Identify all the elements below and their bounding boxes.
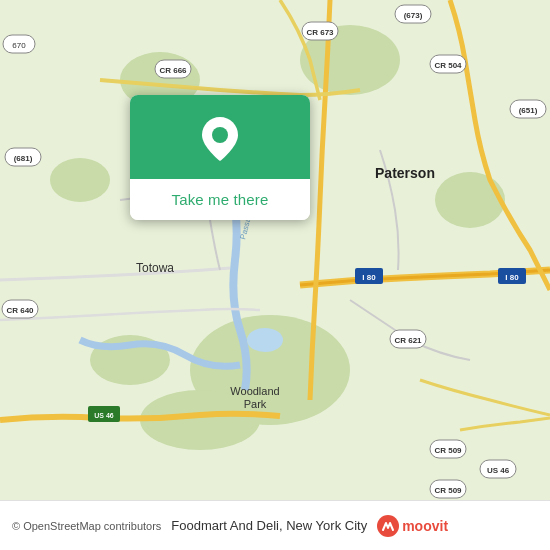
svg-text:US 46: US 46 [487,466,510,475]
svg-text:I 80: I 80 [505,273,519,282]
svg-point-8 [247,328,283,352]
svg-point-4 [435,172,505,228]
svg-text:(681): (681) [14,154,33,163]
map-container[interactable]: I 80 I 80 US 46 CR 673 CR 666 [0,0,550,500]
map-background: I 80 I 80 US 46 CR 673 CR 666 [0,0,550,500]
location-name: Foodmart And Deli, New York City [171,518,367,533]
svg-text:CR 640: CR 640 [6,306,34,315]
svg-text:Totowa: Totowa [136,261,174,275]
svg-text:US 46: US 46 [94,412,114,419]
svg-text:CR 509: CR 509 [434,446,462,455]
moovit-text: moovit [402,518,448,534]
location-pin-icon [202,117,238,161]
svg-text:I 80: I 80 [362,273,376,282]
popup-card: Take me there [130,95,310,220]
svg-text:CR 666: CR 666 [159,66,187,75]
svg-point-5 [50,158,110,202]
moovit-logo: moovit [377,515,448,537]
svg-text:(651): (651) [519,106,538,115]
svg-text:CR 673: CR 673 [306,28,334,37]
popup-green-area [130,95,310,179]
copyright-text: © OpenStreetMap contributors [12,520,161,532]
svg-text:Paterson: Paterson [375,165,435,181]
svg-text:CR 504: CR 504 [434,61,462,70]
svg-text:CR 509: CR 509 [434,486,462,495]
svg-point-44 [212,127,228,143]
svg-text:670: 670 [12,41,26,50]
svg-text:Woodland: Woodland [230,385,279,397]
take-me-there-button[interactable]: Take me there [130,179,310,220]
bottom-bar: © OpenStreetMap contributors Foodmart An… [0,500,550,550]
moovit-icon [377,515,399,537]
svg-text:(673): (673) [404,11,423,20]
svg-text:Park: Park [244,398,267,410]
svg-text:CR 621: CR 621 [394,336,422,345]
